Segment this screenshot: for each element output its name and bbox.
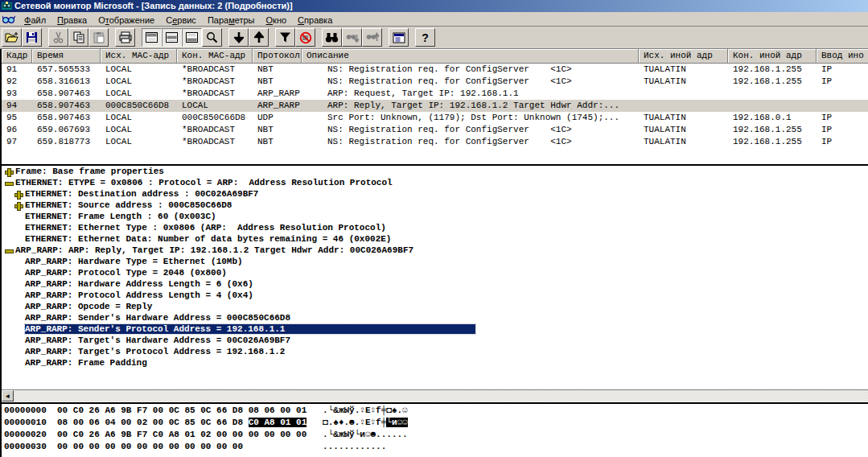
details-horizontal-scrollbar[interactable]: ◄ — [2, 389, 868, 401]
table-cell: 658.907463 — [32, 100, 101, 112]
table-row[interactable]: 91657.565533LOCAL*BROADCASTNBTNS: Regist… — [2, 64, 868, 76]
scroll-left-button[interactable]: ◄ — [2, 390, 14, 401]
app-icon — [2, 1, 12, 11]
column-header[interactable]: Исх. MAC-адр — [101, 49, 177, 63]
menu-item-edit[interactable]: Правка — [51, 14, 93, 27]
detail-line[interactable]: ARP_RARP: Opcode = Reply — [2, 301, 868, 312]
expand-plus-icon[interactable] — [5, 168, 13, 175]
column-header[interactable]: Кон. MAC-адр — [177, 49, 253, 63]
table-cell — [728, 88, 817, 100]
table-cell: TUALATIN — [639, 76, 728, 88]
table-row[interactable]: 97659.818773LOCAL*BROADCASTNBTNS: Regist… — [2, 136, 868, 148]
hex-row[interactable]: 00000020 00 C0 26 A6 9B F7 C0 A8 01 02 0… — [2, 430, 868, 442]
paste-button[interactable] — [88, 28, 109, 47]
menu-item-file[interactable]: Файл — [19, 14, 51, 27]
display-options-button[interactable] — [389, 28, 409, 47]
hex-row[interactable]: 00000000 00 C0 26 A6 9B F7 00 0C 85 0C 6… — [2, 406, 868, 418]
edit-filter-button[interactable] — [275, 28, 295, 47]
detail-line[interactable]: ETHERNET: Source address : 000C850C66D8 — [2, 200, 868, 211]
table-cell — [728, 100, 817, 112]
expand-plus-icon[interactable] — [14, 191, 23, 198]
detail-line[interactable]: ARP_RARP: Hardware Type = Ethernet (10Mb… — [2, 256, 868, 267]
detail-line[interactable]: ETHERNET: ETYPE = 0x0806 : Protocol = AR… — [2, 177, 868, 188]
table-row[interactable]: 95658.907463LOCAL000C850C66D8UDPSrc Port… — [2, 112, 868, 124]
menu-item-help[interactable]: Справка — [292, 14, 338, 27]
paste-icon — [93, 31, 105, 43]
detail-line-text: ETHERNET: Destination address : 00C026A6… — [25, 189, 258, 199]
hex-ascii: ◘.♠♦.☻.♀Е♀f╪ — [323, 418, 386, 427]
table-row[interactable]: 96659.067693LOCAL*BROADCASTNBTNS: Regist… — [2, 124, 868, 136]
summary-pane: КадрВремяИсх. MAC-адрКон. MAC-адрПротоко… — [2, 49, 868, 164]
detail-line[interactable]: ARP_RARP: Protocol Address Length = 4 (0… — [2, 290, 868, 301]
collapse-minus-icon[interactable] — [5, 247, 13, 254]
table-cell: TUALATIN — [639, 112, 728, 124]
menu-item-display[interactable]: Отображение — [93, 14, 160, 27]
column-header[interactable]: Кадр — [2, 49, 32, 63]
menu-item-options[interactable]: Параметры — [202, 14, 261, 27]
find-next-button[interactable] — [342, 28, 362, 47]
pane-summary-button[interactable] — [142, 28, 162, 47]
menu-item-tools[interactable]: Сервис — [160, 14, 202, 27]
prev-frame-button[interactable] — [249, 28, 269, 47]
help-button[interactable]: ? — [415, 28, 435, 47]
column-header[interactable]: Ввод ино — [817, 49, 868, 63]
expand-plus-icon[interactable] — [14, 202, 23, 209]
table-cell: LOCAL — [101, 64, 177, 76]
detail-line[interactable]: ETHERNET: Ethernet Type : 0x0806 (ARP: A… — [2, 222, 868, 233]
detail-line[interactable]: ARP_RARP: Frame Padding — [2, 357, 868, 368]
detail-line[interactable]: ARP_RARP: Sender's Hardware Address = 00… — [2, 312, 868, 323]
toolbar-separator — [269, 28, 275, 47]
pane-hex-button[interactable] — [182, 28, 202, 47]
client-area: КадрВремяИсх. MAC-адрКон. MAC-адрПротоко… — [0, 49, 868, 457]
save-button[interactable] — [22, 28, 42, 47]
table-cell: 657.565533 — [32, 64, 101, 76]
detail-line[interactable]: ARP_RARP: Sender's Protocol Address = 19… — [2, 323, 868, 335]
table-cell: 000C850C66D8 — [177, 112, 253, 124]
detail-line-text: ARP_RARP: Opcode = Reply — [25, 302, 152, 311]
hex-row[interactable]: 00000010 08 00 06 04 00 02 00 0C 85 0C 6… — [2, 418, 868, 430]
zoom-pane-button[interactable] — [202, 28, 222, 47]
detail-line[interactable]: ARP_RARP: Protocol Type = 2048 (0x800) — [2, 267, 868, 278]
detail-line[interactable]: ARP_RARP: Target's Hardware Address = 00… — [2, 335, 868, 346]
no-capture-button[interactable] — [295, 28, 315, 47]
column-header[interactable]: Исх. иной адр — [639, 49, 728, 63]
open-button[interactable] — [2, 28, 22, 47]
find-button[interactable] — [322, 28, 342, 47]
table-cell: *BROADCAST — [177, 124, 253, 136]
table-row[interactable]: 94658.907463000C850C66D8LOCALARP_RARPARP… — [2, 100, 868, 112]
collapse-minus-icon[interactable] — [5, 179, 13, 187]
find-prev-icon — [366, 32, 379, 43]
table-row[interactable]: 93658.907463LOCAL*BROADCASTARP_RARPARP: … — [2, 88, 868, 100]
table-cell: NBT — [253, 124, 302, 136]
column-header[interactable]: Время — [32, 49, 101, 63]
cut-button[interactable] — [48, 28, 68, 47]
table-cell: LOCAL — [101, 136, 177, 148]
column-header[interactable]: Описание — [302, 49, 639, 63]
detail-line[interactable]: ETHERNET: Frame Length : 60 (0x003C) — [2, 211, 868, 222]
toolbar-separator — [109, 28, 115, 47]
column-header[interactable]: Протокол — [253, 49, 302, 63]
detail-line[interactable]: ARP_RARP: Target's Protocol Address = 19… — [2, 346, 868, 357]
copy-button[interactable] — [68, 28, 88, 47]
detail-line[interactable]: ARP_RARP: ARP: Reply, Target IP: 192.168… — [2, 245, 868, 256]
detail-line[interactable]: ETHERNET: Ethernet Data: Number of data … — [2, 233, 868, 245]
table-cell: 95 — [2, 112, 32, 124]
menu-item-window[interactable]: Окно — [261, 14, 293, 27]
table-cell: 192.168.1.255 — [728, 76, 817, 88]
print-button[interactable] — [115, 28, 135, 47]
detail-line-text: ARP_RARP: Protocol Type = 2048 (0x800) — [25, 268, 227, 278]
table-cell: NBT — [253, 64, 302, 76]
table-row[interactable]: 92658.316613LOCAL*BROADCASTNBTNS: Regist… — [2, 76, 868, 88]
pane-details-button[interactable] — [162, 28, 182, 47]
next-frame-button[interactable] — [228, 28, 249, 47]
hex-row[interactable]: 00000030 00 00 00 00 00 00 00 00 00 00 0… — [2, 442, 868, 454]
hex-bytes: 08 00 06 04 00 02 00 0C 85 0C 66 D8 — [57, 418, 249, 427]
find-prev-button[interactable] — [362, 28, 382, 47]
detail-line[interactable]: Frame: Base frame properties — [2, 166, 868, 177]
toolbar-separator — [409, 28, 415, 47]
detail-line[interactable]: ARP_RARP: Hardware Address Length = 6 (0… — [2, 278, 868, 290]
detail-line[interactable]: ETHERNET: Destination address : 00C026A6… — [2, 188, 868, 200]
table-cell: TUALATIN — [639, 124, 728, 136]
column-header[interactable]: Кон. иной адр — [728, 49, 817, 63]
hex-ascii: .└&жЫў└и☺☻...... — [323, 430, 408, 439]
